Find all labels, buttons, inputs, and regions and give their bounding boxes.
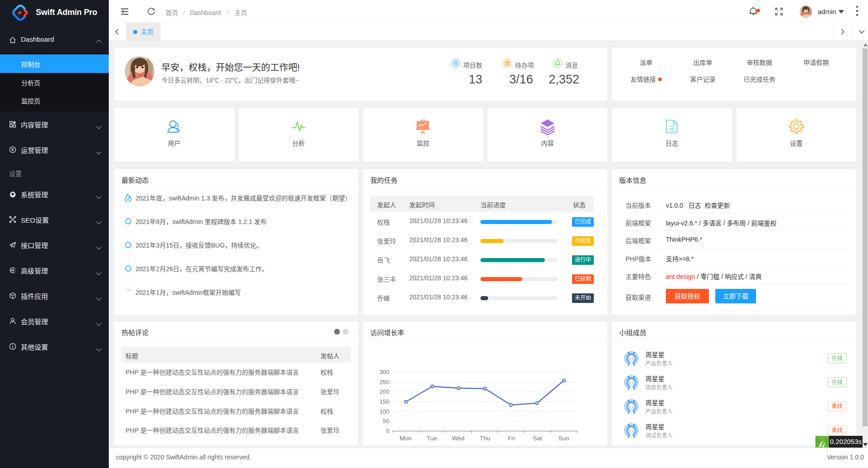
svg-text:Wed: Wed [452, 435, 465, 442]
svg-text:Tue: Tue [427, 435, 437, 442]
svg-text:200: 200 [379, 388, 389, 395]
svg-text:Sat: Sat [533, 435, 543, 442]
svg-text:Fri: Fri [508, 435, 515, 442]
svg-text:150: 150 [379, 398, 389, 405]
svg-text:Mon: Mon [400, 435, 412, 442]
svg-text:300: 300 [379, 369, 389, 375]
svg-text:250: 250 [379, 379, 389, 385]
svg-text:100: 100 [379, 408, 389, 415]
svg-text:0: 0 [386, 428, 389, 434]
svg-text:Sun: Sun [558, 435, 569, 442]
svg-text:50: 50 [383, 418, 389, 424]
svg-text:Thu: Thu [480, 435, 490, 442]
